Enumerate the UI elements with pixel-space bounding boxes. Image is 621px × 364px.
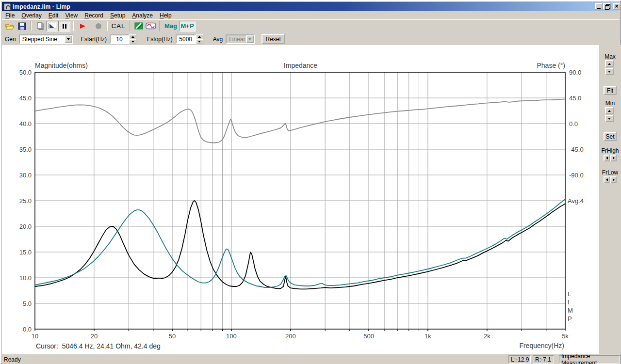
fstart-stepper[interactable]: [129, 34, 136, 44]
y-left-tick-label: 0.0: [23, 326, 32, 333]
min-down-icon[interactable]: [605, 115, 614, 122]
spin-down-icon[interactable]: [129, 39, 136, 44]
copy-button[interactable]: [34, 21, 46, 32]
spin-up-icon[interactable]: [196, 34, 203, 39]
y-left-tick-label: 45.0: [19, 95, 32, 102]
magnitude-phase-view-button[interactable]: M+P: [179, 21, 196, 32]
y-left-tick-label: 35.0: [19, 146, 32, 153]
y-right-tick-label: -45.0: [569, 146, 584, 153]
title-bar[interactable]: impedanz.lim - Limp ×: [2, 2, 619, 11]
calibrate-button[interactable]: CAL: [110, 21, 127, 32]
record-circle-icon: [95, 22, 102, 30]
fstop-stepper[interactable]: [196, 34, 203, 44]
spectrum-icon: [134, 22, 143, 30]
chevron-down-icon: [246, 35, 254, 43]
measurement-mode: Impedance Measurement: [559, 355, 620, 364]
restore-button[interactable]: [603, 3, 611, 10]
series-phase: [35, 99, 565, 142]
menu-view[interactable]: View: [62, 12, 81, 19]
app-window: impedanz.lim - Limp × File Overlay Edit …: [0, 0, 621, 364]
menu-file[interactable]: File: [2, 12, 18, 19]
frlow-left-icon[interactable]: [604, 176, 610, 183]
frhigh-arrows[interactable]: [604, 155, 617, 161]
minimize-button[interactable]: [595, 3, 603, 10]
y-left-tick-label: 5.0: [23, 300, 32, 307]
save-floppy-icon: [18, 22, 26, 30]
left-level-indicator: L:-12.9: [508, 355, 531, 364]
fstart-input[interactable]: [110, 34, 129, 44]
oscilloscope-button[interactable]: [145, 21, 157, 32]
fstop-input[interactable]: [176, 34, 196, 44]
min-stepper[interactable]: [605, 107, 614, 123]
scale-control-panel: Max Fit Min Set FrHigh FrLow: [599, 45, 621, 354]
frhigh-left-icon[interactable]: [604, 155, 610, 161]
x-tick-label: 100: [226, 332, 237, 340]
menu-edit[interactable]: Edit: [45, 12, 62, 19]
toolbar-separator: [129, 21, 130, 31]
open-file-button[interactable]: [4, 21, 16, 32]
close-button[interactable]: ×: [613, 3, 621, 10]
mag-label: Mag: [164, 22, 177, 30]
max-label: Max: [599, 53, 621, 60]
y-right-tick-label: -90.0: [569, 172, 584, 179]
toolbar-separator: [107, 21, 108, 31]
menu-record[interactable]: Record: [81, 12, 107, 19]
menu-analyze[interactable]: Analyze: [129, 12, 156, 19]
min-up-icon[interactable]: [605, 107, 614, 114]
x-tick-label: 500: [363, 332, 374, 340]
fit-button[interactable]: Fit: [604, 86, 617, 95]
y-left-tick-label: 25.0: [19, 197, 32, 205]
start-measurement-button[interactable]: [76, 21, 88, 32]
y-left-tick-label: 15.0: [19, 249, 32, 256]
app-icon[interactable]: [4, 3, 11, 10]
spectrum-analyzer-button[interactable]: [132, 21, 145, 32]
save-button[interactable]: [16, 21, 28, 32]
chart-title: Impedance: [2, 62, 599, 69]
y-right-tick-label: 90.0: [569, 69, 581, 76]
fit-label: Fit: [607, 87, 613, 94]
magnitude-view-button[interactable]: Mag: [163, 21, 179, 32]
open-folder-icon: [5, 22, 15, 30]
frlow-arrows[interactable]: [604, 176, 617, 183]
chevron-down-icon[interactable]: [65, 35, 72, 43]
spin-up-icon[interactable]: [129, 34, 136, 39]
control-bar: Gen Stepped Sine Fstart(Hz) Fstop(Hz) Av…: [2, 32, 619, 45]
averaging-value: Linear: [229, 36, 245, 43]
right-axis-title: Phase (°): [537, 62, 565, 69]
frlow-right-icon[interactable]: [610, 176, 617, 183]
generator-type-select[interactable]: Stepped Sine: [19, 34, 73, 44]
frhigh-right-icon[interactable]: [610, 155, 617, 161]
copy-page-icon: [36, 22, 45, 30]
mp-p-label: P: [190, 22, 194, 30]
max-stepper[interactable]: [605, 60, 614, 76]
fstop-label: Fstop(Hz): [147, 36, 173, 43]
limp-watermark: L I M P: [568, 290, 573, 323]
pause-button[interactable]: [58, 21, 70, 32]
series-magnitude: [35, 201, 565, 289]
impedance-mode-button[interactable]: [46, 21, 58, 32]
spin-down-icon[interactable]: [196, 39, 203, 44]
restore-icon: [605, 4, 609, 8]
menu-setup[interactable]: Setup: [107, 12, 129, 19]
set-button[interactable]: Set: [604, 132, 617, 141]
cursor-readout: Cursor: 5046.4 Hz, 24.41 Ohm, 42.4 deg: [36, 342, 161, 350]
x-tick-label: 1k: [425, 332, 431, 340]
x-tick-label: 50: [169, 332, 176, 340]
minimize-icon: [597, 8, 601, 9]
toolbar: CAL Mag M+P: [2, 19, 619, 32]
play-icon: [79, 22, 86, 30]
record-button[interactable]: [92, 21, 104, 32]
reset-button[interactable]: Reset: [261, 34, 285, 44]
y-right-tick-label: 45.0: [569, 95, 581, 102]
impedance-chart[interactable]: 1020501002005001k2k5k50.045.040.035.030.…: [2, 45, 599, 354]
x-tick-label: 2k: [484, 332, 490, 340]
menu-overlay[interactable]: Overlay: [18, 12, 45, 19]
series-overlay-magnitude: [35, 199, 565, 287]
mp-plus-label: +: [186, 22, 190, 30]
max-down-icon[interactable]: [605, 68, 614, 75]
menu-help[interactable]: Help: [156, 12, 175, 19]
gen-label: Gen: [5, 36, 16, 43]
status-bar: Ready L:-12.9 R:-7.1 Impedance Measureme…: [2, 354, 619, 364]
plot-area[interactable]: 1020501002005001k2k5k50.045.040.035.030.…: [2, 45, 599, 354]
max-up-icon[interactable]: [605, 60, 614, 67]
